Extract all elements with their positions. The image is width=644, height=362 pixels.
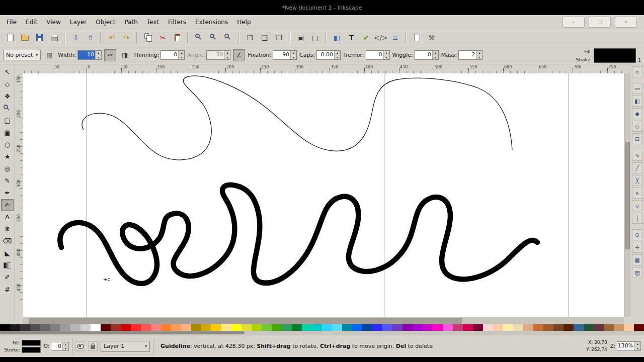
selector-tool[interactable]: ↖ — [1, 66, 14, 78]
duplicate-button[interactable]: ❐ — [243, 31, 257, 44]
redo-button[interactable]: ↷ — [120, 31, 133, 44]
snap-nodes-button[interactable]: ∿ — [632, 150, 643, 161]
angle-spin-buttons[interactable] — [224, 51, 230, 59]
menu-layer[interactable]: Layer — [65, 16, 91, 28]
mass-spin-buttons[interactable] — [476, 51, 482, 59]
node-tool[interactable]: ◇ — [1, 78, 14, 90]
xml-editor-button[interactable]: </> — [374, 31, 387, 44]
palette-swatch[interactable] — [262, 324, 272, 331]
tilt-toggle[interactable]: ∠ — [233, 49, 245, 61]
layer-lock-toggle[interactable] — [88, 341, 98, 351]
palette-swatch[interactable] — [634, 324, 644, 331]
snap-cusp-nodes-button[interactable]: ∧ — [632, 188, 643, 199]
drawing-svg[interactable] — [23, 73, 624, 317]
copy-button[interactable] — [141, 31, 155, 44]
wiggle-entry[interactable]: 0 — [415, 50, 439, 60]
tweak-tool[interactable]: ❖ — [1, 90, 14, 102]
snap-smooth-nodes-button[interactable]: ∪ — [632, 200, 643, 211]
palette-swatch[interactable] — [473, 324, 483, 331]
palette-swatch[interactable] — [564, 324, 574, 331]
bezier-pen-tool[interactable]: ✒ — [1, 187, 14, 199]
snap-rotation-centers-button[interactable]: ✛ — [632, 242, 643, 253]
palette-swatch[interactable] — [372, 324, 382, 331]
horizontal-scrollbar-thumb[interactable] — [29, 318, 462, 324]
palette-swatch[interactable] — [80, 324, 91, 331]
layer-selector[interactable]: Layer 1 — [101, 341, 150, 352]
mass-entry[interactable]: 2 — [458, 50, 482, 60]
snap-bbox-corners-button[interactable]: ◆ — [632, 108, 643, 119]
save-document-button[interactable] — [33, 31, 46, 44]
snap-object-centers-button[interactable]: ⊙ — [632, 229, 643, 240]
print-document-button[interactable] — [47, 31, 61, 44]
palette-swatch[interactable] — [624, 324, 634, 331]
vertical-ruler[interactable]: 150200250300350400450 — [15, 73, 23, 317]
trace-background-toggle[interactable]: ◨ — [119, 49, 131, 61]
width-entry[interactable]: 10 — [77, 50, 102, 60]
palette-swatch[interactable] — [292, 324, 302, 331]
palette-swatch[interactable] — [151, 324, 161, 331]
palette-swatch[interactable] — [70, 324, 80, 331]
palette-swatch[interactable] — [584, 324, 594, 331]
snap-bbox-edges-button[interactable]: ◧ — [632, 96, 643, 107]
layer-visibility-toggle[interactable] — [75, 341, 85, 351]
palette-swatch[interactable] — [614, 324, 624, 331]
palette-swatch[interactable] — [101, 324, 111, 331]
unlink-clone-button[interactable]: ❒ — [272, 31, 286, 44]
calligraphy-tool[interactable]: ✍ — [1, 199, 14, 211]
open-document-button[interactable] — [18, 31, 32, 44]
zoom-spin-buttons[interactable] — [634, 342, 640, 350]
palette-swatch[interactable] — [60, 324, 70, 331]
width-spin-buttons[interactable] — [95, 51, 101, 59]
text-dialog-button[interactable]: T — [345, 31, 358, 44]
menu-extensions[interactable]: Extensions — [191, 16, 232, 28]
vertical-scrollbar-thumb[interactable] — [625, 142, 630, 250]
palette-swatch[interactable] — [413, 324, 423, 331]
spellcheck-button[interactable]: ✔ — [359, 31, 373, 44]
thin-calligraphy-stroke[interactable] — [82, 76, 512, 160]
snap-line-midpoints-button[interactable]: │ — [632, 213, 643, 224]
undo-button[interactable]: ↶ — [105, 31, 119, 44]
palette-swatch[interactable] — [342, 324, 352, 331]
tremor-entry[interactable]: 0 — [366, 50, 390, 60]
create-clone-button[interactable]: ❑ — [258, 31, 271, 44]
palette-swatch[interactable] — [191, 324, 201, 331]
palette-swatch[interactable] — [433, 324, 443, 331]
palette-swatch[interactable] — [242, 324, 252, 331]
menu-text[interactable]: Text — [142, 16, 164, 28]
palette-swatch[interactable] — [463, 324, 473, 331]
caps-spin-buttons[interactable] — [334, 51, 340, 59]
horizontal-scrollbar[interactable] — [23, 317, 624, 325]
palette-swatch[interactable] — [453, 324, 463, 331]
palette-swatch[interactable] — [332, 324, 342, 331]
fill-swatch[interactable] — [22, 340, 41, 346]
palette-swatch[interactable] — [594, 324, 604, 331]
menu-file[interactable]: File — [2, 16, 21, 28]
stroke-swatch[interactable] — [22, 347, 41, 353]
palette-swatch[interactable] — [282, 324, 292, 331]
thinning-spin-buttons[interactable] — [178, 51, 184, 59]
cut-button[interactable]: ✂ — [156, 31, 170, 44]
fill-stroke-dialog-button[interactable]: ◧ — [330, 31, 344, 44]
connector-tool[interactable]: # — [1, 284, 14, 295]
palette-swatch[interactable] — [111, 324, 121, 331]
palette-swatch[interactable] — [181, 324, 191, 331]
palette-swatch[interactable] — [493, 324, 503, 331]
zoom-tool[interactable] — [1, 103, 14, 114]
snap-bbox-centers-button[interactable]: ⊡ — [632, 133, 643, 144]
export-png-button[interactable]: ⇧ — [84, 31, 97, 44]
snap-paths-button[interactable]: ╱ — [632, 162, 643, 173]
palette-swatch[interactable] — [10, 324, 20, 331]
eraser-tool[interactable]: ⌫ — [1, 235, 14, 247]
snap-bbox-edge-midpoints-button[interactable]: ◇ — [632, 121, 643, 132]
horizontal-ruler[interactable]: -500501001502002503003504004505005506006… — [23, 64, 624, 74]
spiral-tool[interactable]: ◎ — [1, 163, 14, 174]
palette-swatch[interactable] — [161, 324, 171, 331]
snap-path-intersections-button[interactable]: ╳ — [632, 175, 643, 186]
palette-swatch[interactable] — [40, 324, 50, 331]
close-button[interactable]: ✕ — [615, 17, 637, 28]
palette-swatch[interactable] — [171, 324, 181, 331]
palette-swatch[interactable] — [392, 324, 403, 331]
palette-swatch[interactable] — [403, 324, 413, 331]
opacity-entry[interactable]: 0 — [51, 342, 69, 351]
angle-entry[interactable]: 30 — [206, 50, 230, 60]
